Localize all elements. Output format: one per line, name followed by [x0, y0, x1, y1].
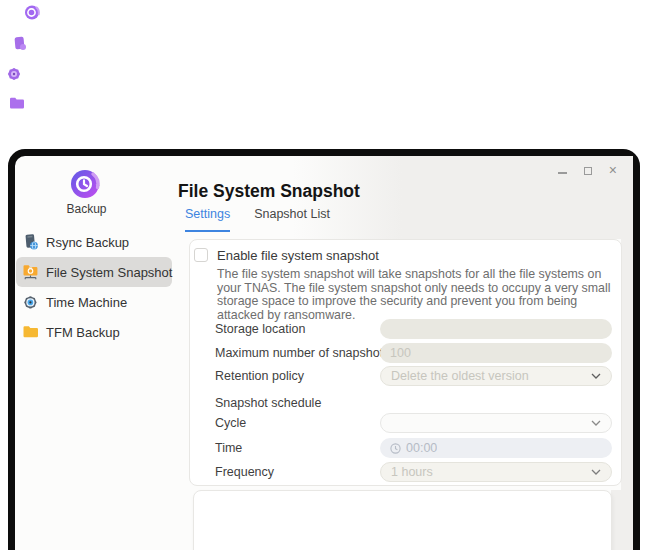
chevron-down-icon	[591, 420, 601, 426]
enable-snapshot-label: Enable file system snapshot	[217, 248, 379, 263]
tab-snapshot-list[interactable]: Snapshot List	[254, 207, 330, 232]
frequency-select[interactable]: 1 hours	[380, 462, 612, 482]
storage-location-label: Storage location	[215, 319, 305, 339]
right-gutter-lower	[611, 490, 633, 550]
logo-ghost-mark	[24, 4, 41, 21]
tab-settings[interactable]: Settings	[185, 207, 230, 232]
settings-panel: Enable file system snapshot The file sys…	[189, 239, 622, 486]
snapshot-schedule-label: Snapshot schedule	[215, 393, 321, 413]
chevron-down-icon	[591, 469, 601, 475]
sidebar-item-rsync-backup[interactable]: Rsync Backup	[16, 227, 172, 257]
clock-icon	[390, 443, 401, 454]
lower-panel	[193, 490, 612, 550]
backup-clock-logo	[70, 168, 102, 200]
time-machine-icon	[22, 293, 39, 312]
max-snapshots-label: Maximum number of snapshots	[215, 343, 389, 363]
sidebar-item-file-system-snapshot[interactable]: File System Snapshot	[16, 257, 172, 287]
maximize-icon[interactable]	[584, 167, 592, 175]
page-title: File System Snapshot	[178, 181, 360, 202]
retention-policy-label: Retention policy	[215, 366, 304, 386]
tfm-backup-icon	[22, 323, 39, 342]
right-gutter	[621, 239, 633, 490]
time-input[interactable]: 00:00	[380, 438, 612, 458]
sidebar-item-label: File System Snapshot	[46, 265, 172, 280]
app-window: × Backup Rsync Backup File System Snapsh…	[8, 149, 640, 550]
rsync-backup-icon	[22, 233, 39, 252]
time-label: Time	[215, 438, 242, 458]
folder-ghost-mark	[9, 96, 25, 110]
chevron-down-icon	[591, 373, 601, 379]
storage-location-input[interactable]	[380, 319, 612, 339]
retention-policy-select[interactable]: Delete the oldest version	[380, 366, 612, 386]
blob-ghost-mark	[13, 36, 27, 51]
max-snapshots-input[interactable]: 100	[380, 343, 612, 363]
tab-bar: Settings Snapshot List	[185, 207, 354, 232]
cycle-label: Cycle	[215, 413, 246, 433]
app-label: Backup	[15, 202, 158, 216]
sidebar-nav: Rsync Backup File System Snapshot Time M…	[16, 227, 172, 347]
sidebar-item-label: TFM Backup	[46, 325, 120, 340]
gear-ghost-mark	[7, 67, 21, 81]
sidebar-item-label: Time Machine	[46, 295, 127, 310]
minimize-icon[interactable]	[558, 172, 567, 174]
sidebar-item-label: Rsync Backup	[46, 235, 129, 250]
frequency-label: Frequency	[215, 462, 274, 482]
close-icon[interactable]: ×	[609, 164, 617, 176]
snapshot-description: The file system snapshot will take snaps…	[217, 268, 613, 322]
file-system-snapshot-icon	[22, 263, 39, 282]
enable-snapshot-checkbox[interactable]	[194, 248, 208, 262]
sidebar-item-tfm-backup[interactable]: TFM Backup	[16, 317, 172, 347]
sidebar-item-time-machine[interactable]: Time Machine	[16, 287, 172, 317]
window-controls: ×	[558, 163, 617, 177]
cycle-select[interactable]	[380, 413, 612, 433]
